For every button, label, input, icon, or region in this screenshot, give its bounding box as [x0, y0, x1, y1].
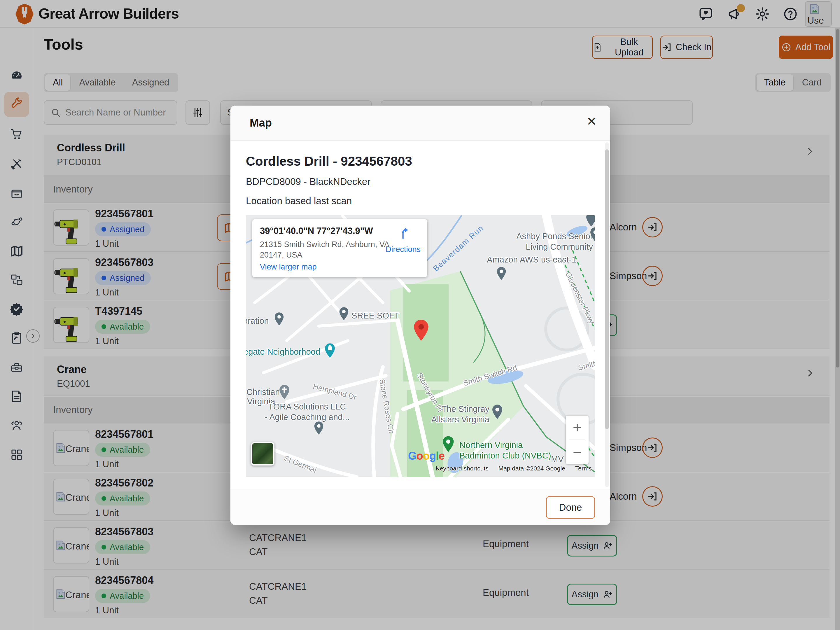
modal-title: Map — [249, 117, 272, 129]
map-label-poi: Allstars Virginia — [421, 415, 489, 425]
map-data-text: Map data ©2024 Google — [499, 465, 565, 472]
map-info-card: 39°01'40.0"N 77°27'43.9"W 21315 Smith Sw… — [252, 219, 427, 277]
map-label-poi: TORA Solutions LLC — [257, 402, 357, 412]
address-line2: 20147, USA — [260, 249, 389, 260]
google-logo[interactable]: Google — [408, 450, 445, 462]
map-pin-aws — [496, 267, 507, 280]
map-label-neighborhood: egate Neighborhood — [246, 347, 320, 357]
modal-scrollbar-thumb[interactable] — [605, 149, 609, 429]
map-pin — [589, 227, 595, 242]
map-modal: Map ✕ Cordless Drill - 9234567803 BDPCD8… — [231, 106, 610, 525]
modal-scrollbar[interactable] — [605, 142, 609, 487]
modal-header: Map ✕ — [231, 106, 610, 141]
close-icon[interactable]: ✕ — [587, 115, 597, 128]
directions-icon — [396, 226, 410, 240]
map-pin-church — [278, 384, 290, 399]
map-label-poi: Badminton Club (NVBC) — [459, 451, 551, 461]
address: 21315 Smith Switch Rd, Ashburn, VA 20147… — [260, 239, 389, 261]
done-button[interactable]: Done — [546, 496, 595, 519]
modal-footer: Done — [231, 489, 610, 525]
map-attribution: Keyboard shortcuts Map data ©2024 Google… — [436, 465, 592, 472]
map-pin-stingray — [491, 404, 503, 419]
map-label-poi: The Stingray — [427, 404, 489, 414]
map-label-poi: - Agile Coaching and... — [257, 412, 357, 422]
map-label-poi: Amazon AWS us-east-1 — [487, 255, 576, 265]
map-pin-sree — [339, 307, 349, 321]
modal-location-note: Location based last scan — [246, 196, 352, 207]
directions-button[interactable]: Directions — [384, 226, 422, 254]
map-label-poi: Christian — [246, 387, 280, 397]
modal-tool-subtitle: BDPCD8009 - BlackNDecker — [246, 176, 370, 187]
terms-link[interactable]: Terms — [575, 465, 592, 472]
zoom-in-button[interactable]: + — [566, 415, 589, 439]
map-pin-tora — [314, 421, 324, 435]
map-label-poi: MV — [551, 455, 564, 464]
keyboard-shortcuts-link[interactable]: Keyboard shortcuts — [436, 465, 488, 472]
map-label-poi: SREE SOFT — [352, 311, 399, 321]
satellite-view-thumbnail[interactable] — [251, 442, 275, 466]
zoom-out-button[interactable]: − — [566, 440, 589, 464]
map-label-poi: Living Community — [494, 242, 593, 252]
map-pin — [274, 312, 284, 326]
directions-label: Directions — [384, 245, 422, 254]
map-label-poi: oration — [246, 316, 269, 326]
map-pin — [585, 215, 595, 227]
map-label-poi: Northern Virginia — [459, 441, 523, 450]
map-pin-destination[interactable] — [413, 319, 429, 341]
map-zoom-control: + − — [566, 415, 589, 464]
coordinates: 39°01'40.0"N 77°27'43.9"W — [260, 226, 373, 236]
address-line1: 21315 Smith Switch Rd, Ashburn, VA — [260, 239, 389, 249]
modal-tool-title: Cordless Drill - 9234567803 — [246, 154, 412, 169]
map-pin-neighborhood — [324, 343, 336, 358]
map-label-poi: Ashby Ponds Senior — [494, 232, 593, 241]
view-larger-map-link[interactable]: View larger map — [260, 262, 317, 272]
google-map[interactable]: Beaverdam Run Ashby Ponds Senior Living … — [246, 215, 595, 477]
